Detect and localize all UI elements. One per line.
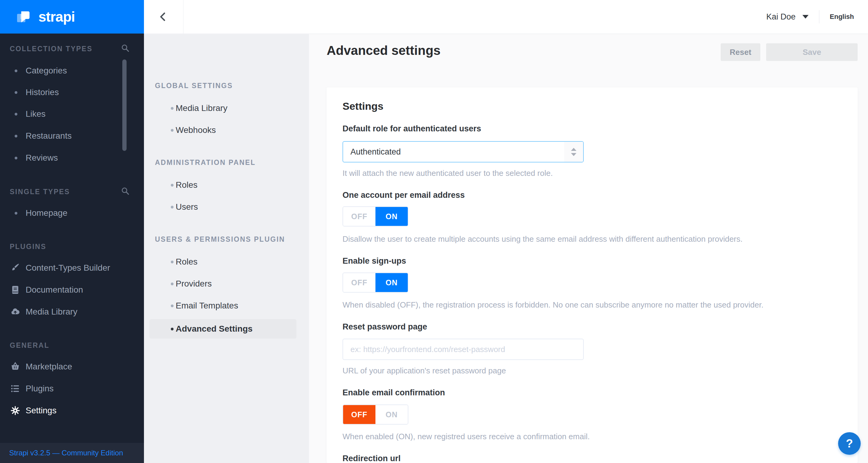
plugins-header: PLUGINS — [10, 243, 46, 251]
select-stepper-icon[interactable] — [564, 142, 583, 162]
strapi-admin-screen: strapi COLLECTION TYPES Categories Histo… — [0, 0, 868, 463]
bullet-icon — [171, 206, 174, 208]
sidebar-item-plugins[interactable]: Plugins — [0, 380, 144, 397]
sidebar-item-restaurants[interactable]: Restaurants — [0, 127, 144, 144]
chevron-down-icon — [571, 153, 577, 156]
single-types-header: SINGLE TYPES — [10, 188, 70, 196]
user-area: Kai Doe English — [766, 0, 868, 34]
divider — [819, 10, 819, 24]
sidebar-item-likes[interactable]: Likes — [0, 105, 144, 123]
chevron-down-icon[interactable] — [802, 15, 808, 19]
toggle-on-option[interactable]: ON — [375, 207, 408, 226]
bullet-icon — [14, 113, 18, 115]
sidebar-item-histories[interactable]: Histories — [0, 84, 144, 101]
language-selector[interactable]: English — [830, 13, 854, 21]
sidebar-item-marketplace[interactable]: Marketplace — [0, 358, 144, 375]
bullet-icon — [171, 107, 174, 110]
toggle-off-option[interactable]: OFF — [343, 273, 375, 292]
bullet-icon — [171, 261, 174, 263]
one-account-toggle[interactable]: OFF ON — [342, 206, 408, 227]
sidebar-item-homepage[interactable]: Homepage — [0, 204, 144, 222]
one-account-label: One account per email address — [342, 191, 465, 200]
search-icon[interactable] — [121, 43, 130, 53]
settings-card: Settings Default role for authenticated … — [327, 88, 858, 463]
reset-password-label: Reset password page — [342, 322, 427, 332]
collection-types-header: COLLECTION TYPES — [10, 45, 92, 53]
basket-icon — [10, 362, 20, 371]
reset-password-help: URL of your application's reset password… — [342, 366, 506, 375]
bullet-icon — [14, 212, 18, 214]
toggle-off-option[interactable]: OFF — [343, 207, 375, 226]
one-account-help: Disallow the user to create multiple acc… — [342, 234, 743, 244]
app-version-text: Strapi v3.2.5 — Community Edition — [9, 449, 123, 457]
bullet-icon — [14, 157, 18, 159]
administration-panel-header: ADMINISTRATION PANEL — [155, 159, 255, 167]
chevron-up-icon — [571, 148, 577, 151]
bullet-icon — [171, 184, 174, 187]
email-confirmation-help: When enabled (ON), new registred users r… — [342, 432, 590, 441]
sidebar-item-reviews[interactable]: Reviews — [0, 150, 144, 166]
bullet-icon — [14, 135, 18, 137]
toggle-on-option[interactable]: ON — [375, 273, 408, 292]
card-title: Settings — [342, 100, 383, 112]
settings-nav: GLOBAL SETTINGS Media Library Webhooks A… — [144, 34, 309, 463]
help-button[interactable]: ? — [838, 432, 861, 455]
enable-signups-label: Enable sign-ups — [342, 256, 406, 266]
settings-nav-webhooks[interactable]: Webhooks — [144, 122, 309, 139]
bullet-icon — [14, 69, 18, 72]
app-version-link[interactable]: Strapi v3.2.5 — Community Edition — [0, 443, 144, 463]
settings-nav-email-templates[interactable]: Email Templates — [144, 297, 309, 314]
sidebar-item-settings[interactable]: Settings — [0, 402, 144, 419]
reset-password-input[interactable] — [342, 339, 584, 360]
settings-nav-providers[interactable]: Providers — [144, 275, 309, 292]
bullet-icon — [171, 283, 174, 285]
settings-nav-media-library[interactable]: Media Library — [144, 100, 309, 117]
save-button[interactable]: Save — [766, 43, 858, 61]
sidebar-item-categories[interactable]: Categories — [0, 62, 144, 79]
settings-nav-up-roles[interactable]: Roles — [144, 253, 309, 270]
book-icon — [10, 285, 20, 295]
default-role-help: It will attach the new authenticated use… — [342, 169, 553, 178]
global-settings-header: GLOBAL SETTINGS — [155, 82, 233, 90]
bullet-icon — [14, 91, 18, 94]
sidebar-item-content-types-builder[interactable]: Content-Types Builder — [0, 259, 144, 276]
strapi-logo-text: strapi — [38, 8, 75, 25]
page-title: Advanced settings — [327, 43, 440, 58]
sidebar-item-media-library[interactable]: Media Library — [0, 303, 144, 320]
general-header: GENERAL — [10, 341, 50, 350]
primary-sidebar: strapi COLLECTION TYPES Categories Histo… — [0, 0, 144, 463]
enable-signups-help: When disabled (OFF), the registration pr… — [342, 300, 764, 310]
question-mark-icon: ? — [846, 437, 853, 450]
sidebar-item-documentation[interactable]: Documentation — [0, 282, 144, 298]
bullet-icon — [171, 328, 174, 330]
toggle-on-option[interactable]: ON — [375, 405, 408, 424]
search-icon[interactable] — [121, 187, 130, 196]
email-confirmation-toggle[interactable]: OFF ON — [342, 404, 408, 425]
default-role-label: Default role for authenticated users — [342, 124, 481, 133]
bullet-icon — [171, 304, 174, 307]
strapi-logo-icon — [17, 10, 31, 24]
settings-nav-advanced-settings[interactable]: Advanced Settings — [150, 319, 297, 339]
gear-icon — [10, 406, 20, 416]
bullet-icon — [171, 129, 174, 132]
redirection-url-label: Redirection url — [342, 454, 401, 463]
settings-nav-admin-users[interactable]: Users — [144, 198, 309, 216]
brush-icon — [10, 263, 20, 273]
back-button[interactable] — [144, 0, 184, 34]
reset-button[interactable]: Reset — [721, 43, 760, 61]
topbar: Kai Doe English — [144, 0, 868, 34]
list-icon — [10, 384, 20, 394]
enable-signups-toggle[interactable]: OFF ON — [342, 272, 408, 293]
toggle-off-option[interactable]: OFF — [343, 405, 375, 424]
main-content: Advanced settings Reset Save Settings De… — [309, 34, 868, 463]
default-role-value: Authenticated — [343, 147, 401, 157]
chevron-left-icon — [158, 11, 169, 22]
cloud-upload-icon — [10, 307, 20, 317]
settings-nav-admin-roles[interactable]: Roles — [144, 176, 309, 194]
email-confirmation-label: Enable email confirmation — [342, 388, 445, 397]
strapi-logo-link[interactable]: strapi — [0, 0, 144, 34]
user-menu[interactable]: Kai Doe — [766, 12, 796, 22]
users-permissions-header: USERS & PERMISSIONS PLUGIN — [155, 235, 285, 243]
default-role-select[interactable]: Authenticated — [342, 141, 584, 162]
